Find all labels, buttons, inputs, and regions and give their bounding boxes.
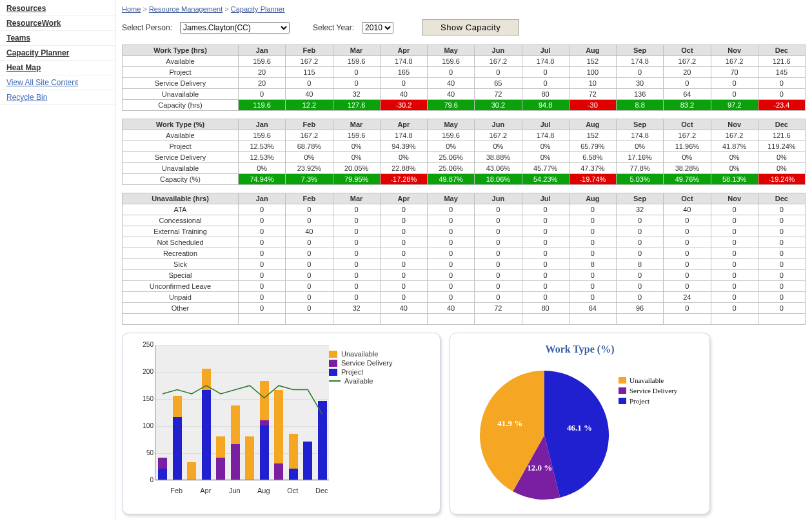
month-header: Jan bbox=[239, 119, 286, 130]
cell: 0 bbox=[286, 248, 333, 259]
sidebar-item-capacity-planner[interactable]: Capacity Planner bbox=[0, 46, 115, 61]
cell: 23.92% bbox=[286, 163, 333, 174]
cell: 0 bbox=[664, 78, 711, 89]
cell: 0 bbox=[239, 89, 286, 100]
cell: 0 bbox=[758, 292, 805, 303]
sidebar-item-resources[interactable]: Resources bbox=[0, 1, 115, 16]
cell: 0 bbox=[711, 303, 758, 314]
data-table: Unavailable (hrs)JanFebMarAprMayJunJulAu… bbox=[122, 193, 806, 325]
cell: 0% bbox=[333, 152, 380, 163]
table-row: Available159.6167.2159.6174.8159.6167.21… bbox=[123, 56, 806, 67]
cell: 0 bbox=[428, 215, 475, 226]
cell: 136 bbox=[617, 89, 664, 100]
month-header: Apr bbox=[380, 45, 427, 56]
cell: 40 bbox=[428, 303, 475, 314]
cell: 47.37% bbox=[569, 163, 616, 174]
month-header: Nov bbox=[711, 119, 758, 130]
month-header: Mar bbox=[333, 45, 380, 56]
cell: 0 bbox=[711, 78, 758, 89]
cell: 0 bbox=[711, 237, 758, 248]
table-header: Unavailable (hrs) bbox=[123, 193, 239, 204]
breadcrumb-home[interactable]: Home bbox=[122, 5, 141, 13]
cell: 0 bbox=[475, 248, 522, 259]
cell: 0 bbox=[380, 259, 427, 270]
cell: 0 bbox=[475, 237, 522, 248]
cell: 0 bbox=[758, 237, 805, 248]
cell: 94.8 bbox=[522, 100, 569, 111]
cell: 0 bbox=[522, 259, 569, 270]
svg-rect-8 bbox=[619, 398, 626, 404]
cell: 0% bbox=[475, 141, 522, 152]
month-header: Feb bbox=[286, 193, 333, 204]
sidebar-item-heat-map[interactable]: Heat Map bbox=[0, 61, 115, 75]
cell: 0 bbox=[664, 259, 711, 270]
cell: 40 bbox=[428, 78, 475, 89]
cell: 0 bbox=[286, 204, 333, 215]
year-label: Select Year: bbox=[313, 23, 354, 32]
cell: 40 bbox=[286, 226, 333, 237]
cell: 0 bbox=[380, 226, 427, 237]
cell: 32 bbox=[333, 89, 380, 100]
row-label: Service Delivery bbox=[123, 152, 239, 163]
table-row: ATA00000000324000 bbox=[123, 204, 806, 215]
row-label: Project bbox=[123, 141, 239, 152]
svg-text:Unavailable: Unavailable bbox=[629, 376, 664, 384]
cell: 0% bbox=[758, 152, 805, 163]
cell: 0 bbox=[239, 215, 286, 226]
cell: 152 bbox=[569, 56, 616, 67]
cell: 174.8 bbox=[522, 130, 569, 141]
person-select[interactable]: James.Clayton(CC) bbox=[180, 22, 290, 34]
table-row: Unavailable0%23.92%20.05%22.88%25.06%43.… bbox=[123, 163, 806, 174]
svg-text:41.9 %: 41.9 % bbox=[497, 418, 522, 428]
table-row: Unavailable0403240407280721366400 bbox=[123, 89, 806, 100]
sidebar-item-resourcework[interactable]: ResourceWork bbox=[0, 16, 115, 31]
cell: 121.6 bbox=[758, 56, 805, 67]
cell: 0% bbox=[380, 152, 427, 163]
row-label: ATA bbox=[123, 204, 239, 215]
month-header: Dec bbox=[758, 45, 805, 56]
breadcrumb-cp[interactable]: Capacity Planner bbox=[231, 5, 285, 13]
cell: 0% bbox=[711, 163, 758, 174]
cell: 0 bbox=[664, 226, 711, 237]
cell: 0 bbox=[758, 226, 805, 237]
row-label: Unavailable bbox=[123, 89, 239, 100]
cell: 0 bbox=[380, 292, 427, 303]
sidebar-item-recycle-bin[interactable]: Recycle Bin bbox=[0, 90, 115, 105]
cell: 0 bbox=[239, 303, 286, 314]
row-label: Project bbox=[123, 67, 239, 78]
breadcrumb-rm[interactable]: Resource Management bbox=[149, 5, 223, 13]
cell: 0 bbox=[664, 303, 711, 314]
cell: 0 bbox=[569, 270, 616, 281]
cell: 72 bbox=[475, 303, 522, 314]
cell: 100 bbox=[569, 67, 616, 78]
cell: -17.28% bbox=[380, 174, 427, 185]
row-label: Not Scheduled bbox=[123, 237, 239, 248]
cell: 0 bbox=[333, 204, 380, 215]
year-select[interactable]: 2010 bbox=[362, 22, 393, 34]
cell: 167.2 bbox=[475, 130, 522, 141]
show-capacity-button[interactable]: Show Capacity bbox=[422, 19, 519, 35]
cell: 25.06% bbox=[428, 152, 475, 163]
cell: 174.8 bbox=[522, 56, 569, 67]
cell: 174.8 bbox=[617, 130, 664, 141]
cell: 115 bbox=[286, 67, 333, 78]
cell: 0 bbox=[758, 78, 805, 89]
cell: 159.6 bbox=[428, 56, 475, 67]
cell: 0 bbox=[711, 248, 758, 259]
svg-rect-4 bbox=[619, 377, 626, 384]
cell: 72 bbox=[475, 89, 522, 100]
sidebar-item-teams[interactable]: Teams bbox=[0, 31, 115, 46]
table-row: Project12.53%68.78%0%94.39%0%0%0%65.79%0… bbox=[123, 141, 806, 152]
cell: 32 bbox=[617, 204, 664, 215]
cell: 0 bbox=[522, 281, 569, 292]
sidebar-item-view-all[interactable]: View All Site Content bbox=[0, 75, 115, 90]
cell: 0 bbox=[522, 204, 569, 215]
x-axis-label: Dec bbox=[315, 487, 328, 494]
cell: 167.2 bbox=[475, 56, 522, 67]
cell: 0 bbox=[664, 281, 711, 292]
cell: 0 bbox=[664, 248, 711, 259]
cell: 32 bbox=[333, 303, 380, 314]
row-label: Recreation bbox=[123, 248, 239, 259]
row-label: Other bbox=[123, 303, 239, 314]
cell: 0 bbox=[428, 292, 475, 303]
